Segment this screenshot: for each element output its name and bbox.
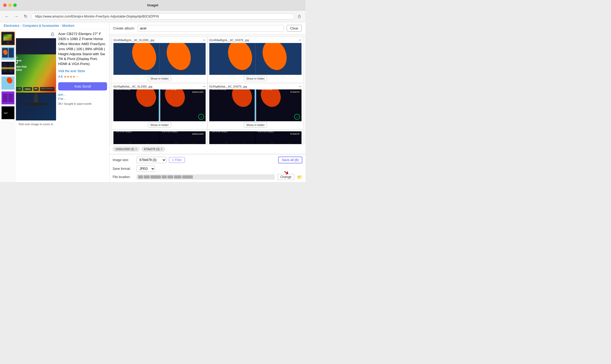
url-bar[interactable]: [31, 13, 294, 20]
image-cell-3-header: 61i4SgMsAaL._AC_SL1000_.jpg ✏: [113, 85, 206, 88]
svg-rect-112: [280, 144, 283, 144]
maximize-button[interactable]: [13, 3, 17, 7]
thumbnail-2[interactable]: [1, 46, 15, 60]
svg-rect-59: [113, 131, 159, 144]
show-in-folder-button-3[interactable]: Show in folder: [148, 122, 171, 128]
edit-icon-1[interactable]: ✏: [203, 38, 206, 42]
bottom-controls: Image size: 679x679 (3) 1000x1000 (3) ≡ …: [109, 154, 306, 182]
image-filename-2: 61mRAwIEgmL._AC_SX679_.jpg: [209, 39, 299, 42]
file-location-row: File location: Change 📁 ➜: [113, 174, 302, 180]
thumbnail-1[interactable]: acer 27": [1, 32, 15, 45]
image-cell-2: 61mRAwIEgmL._AC_SX679_.jpg ✏ Show in fol…: [207, 37, 303, 83]
rating-value: 4.6: [58, 75, 63, 79]
breadcrumb: Electronics › Computers & Accessories › …: [0, 22, 109, 29]
check-circle-3: ✓: [198, 114, 204, 120]
svg-text:Tear-free viewing: Tear-free viewing: [257, 89, 272, 90]
product-image-area: ⎙ acer 27" Flicker-freeMonitor FULL HD 1…: [16, 29, 56, 182]
image-cell-6: FHD Resolution True to life imagery FHD …: [207, 129, 303, 144]
size-badge-6: 679x679: [289, 132, 300, 136]
format-select[interactable]: JPEG PNG WEBP: [137, 166, 155, 172]
chip-1000: 1000x1000 (3) ×: [113, 146, 140, 152]
path-seg-4: [162, 175, 167, 179]
save-all-button[interactable]: Save all (6): [278, 157, 302, 163]
image-filename-3: 61i4SgMsAaL._AC_SL1000_.jpg: [113, 85, 203, 88]
svg-rect-79: [192, 143, 195, 144]
thumbnail-6[interactable]: 360°: [1, 106, 15, 120]
imaget-panel: Create album: Clear 61mRAwIEgmL._AC_SL10…: [109, 22, 306, 182]
image-thumb-1: [113, 43, 206, 75]
svg-point-6: [5, 44, 11, 45]
main-layout: Electronics › Computers & Accessories › …: [0, 22, 306, 182]
chip-679-label: 679x679 (3): [144, 148, 160, 151]
svg-text:Tear-free viewing: Tear-free viewing: [211, 89, 226, 90]
svg-rect-103: [234, 144, 237, 144]
image-size-select[interactable]: 679x679 (3) 1000x1000 (3): [137, 157, 166, 163]
share-button[interactable]: ⎙: [296, 13, 302, 20]
image-thumb-2: [209, 43, 302, 75]
path-seg-7: [182, 175, 193, 179]
check-circle-4: ✓: [294, 114, 300, 120]
filter-button[interactable]: ≡ Filter: [169, 157, 185, 163]
image-cell-3: 61i4SgMsAaL._AC_SL1000_.jpg ✏ AMD FreeSy…: [112, 83, 207, 129]
svg-rect-99: [217, 144, 219, 144]
edit-icon-4[interactable]: ✏: [299, 85, 302, 88]
image-thumb-4: AMD FreeSync AMD FreeSync Tear-free view…: [209, 89, 302, 121]
album-input[interactable]: [138, 25, 284, 32]
svg-rect-68: [138, 144, 142, 144]
folder-icon[interactable]: 📁: [297, 175, 302, 180]
share-product-icon[interactable]: ⎙: [51, 32, 54, 37]
thumbnail-5[interactable]: [1, 91, 15, 105]
svg-text:Tear-free viewing: Tear-free viewing: [162, 89, 176, 90]
breadcrumb-electronics[interactable]: Electronics: [4, 24, 19, 28]
create-album-label: Create album:: [113, 26, 135, 30]
forward-button[interactable]: →: [13, 13, 20, 20]
rating-row: 4.6 ★★★★☆: [58, 75, 107, 79]
svg-rect-108: [263, 144, 265, 144]
svg-text:True to life imagery: True to life imagery: [257, 131, 274, 133]
browser-panel: Electronics › Computers & Accessories › …: [0, 22, 109, 182]
show-in-folder-button-4[interactable]: Show in folder: [244, 122, 267, 128]
fries-link[interactable]: Frie...: [58, 97, 107, 101]
svg-rect-110: [271, 141, 274, 144]
image-cell-5: FHD Resolution True to life imagery FHD …: [112, 129, 207, 144]
product-title: Acer CB272 Ebmiprx 27" F 1920 x 1080 Z F…: [58, 32, 107, 67]
store-link[interactable]: Visit the acer Store: [58, 69, 85, 73]
clear-button[interactable]: Clear: [287, 25, 302, 32]
chip-679-close[interactable]: ×: [161, 147, 163, 151]
chip-1000-close[interactable]: ×: [135, 147, 137, 151]
browser-bar: ← → ↻ ⎙: [0, 11, 306, 22]
path-seg-5: [167, 175, 173, 179]
minimize-button[interactable]: [8, 3, 12, 7]
svg-rect-9: [9, 48, 14, 58]
image-size-label: Image size:: [113, 158, 134, 162]
back-button[interactable]: ←: [3, 13, 11, 20]
svg-rect-70: [145, 143, 149, 144]
edit-icon-2[interactable]: ✏: [299, 38, 302, 42]
image-filename-1: 61mRAwIEgmL._AC_SL1000_.jpg: [113, 39, 203, 42]
svg-text:27": 27": [4, 37, 6, 39]
image-size-row: Image size: 679x679 (3) 1000x1000 (3) ≡ …: [113, 157, 302, 163]
filter-icon: ≡: [172, 158, 174, 162]
path-seg-2: [144, 175, 150, 179]
show-in-folder-button-2[interactable]: Show in folder: [244, 76, 267, 81]
path-seg-6: [174, 175, 181, 179]
svg-rect-14: [2, 67, 14, 69]
size-badge-5: 1000x1000: [190, 132, 205, 136]
chip-679: 679x679 (3) ×: [141, 146, 165, 152]
close-button[interactable]: [3, 3, 7, 7]
breadcrumb-monitors[interactable]: Monitors: [62, 24, 74, 28]
breadcrumb-computers[interactable]: Computers & Accessories: [23, 24, 59, 28]
auto-scroll-button[interactable]: Auto Scroll: [58, 82, 107, 90]
svg-rect-105: [241, 143, 245, 144]
save-format-row: Save format: JPEG PNG WEBP: [113, 166, 302, 172]
thumbnail-3[interactable]: [1, 61, 15, 75]
reload-button[interactable]: ↻: [22, 13, 29, 20]
edit-icon-3[interactable]: ✏: [203, 85, 206, 88]
filter-label: Filter: [175, 158, 182, 162]
show-in-folder-button-1[interactable]: Show in folder: [148, 76, 171, 81]
svg-rect-75: [175, 141, 178, 144]
more-link[interactable]: que...: [58, 93, 107, 97]
thumbnail-4[interactable]: [1, 76, 15, 90]
svg-text:True to life imagery: True to life imagery: [115, 131, 132, 133]
chip-1000-label: 1000x1000 (3): [115, 148, 134, 151]
